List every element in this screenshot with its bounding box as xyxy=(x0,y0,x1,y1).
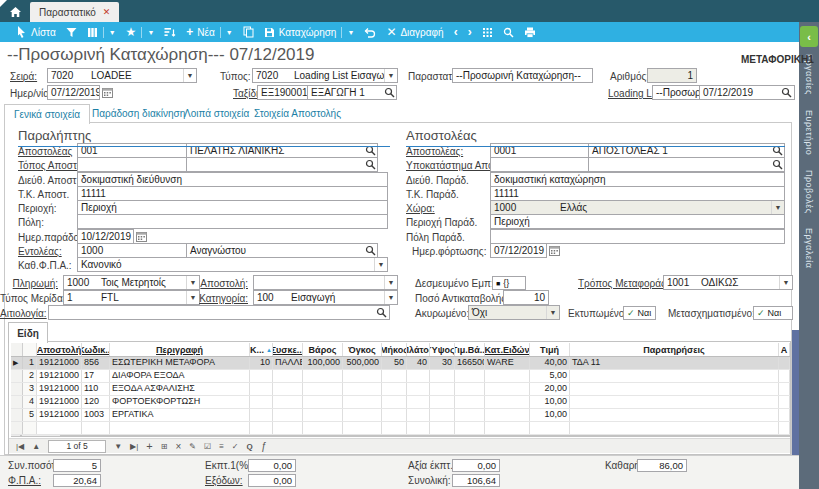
nav-edit-icon[interactable]: ✎ xyxy=(189,442,196,451)
grid-row[interactable]: 319121000110ΕΞΟΔΑ ΑΣΦΑΛΙΣΗΣ20,00 xyxy=(11,383,790,396)
grid-cell-k[interactable] xyxy=(250,409,273,421)
grid-cell-kateid[interactable] xyxy=(485,370,530,382)
col-header-timva[interactable]: Τιμ.Βά... xyxy=(455,343,485,356)
nav-search-icon[interactable]: Q xyxy=(247,442,253,451)
grid-cell-parat[interactable] xyxy=(570,409,779,421)
disc1-pct-input[interactable]: 0,00 xyxy=(248,459,296,472)
payment-combo[interactable]: 1000 Τοις Μετρητοίς ▼ xyxy=(63,275,200,290)
sender-country-label[interactable]: Χώρα: xyxy=(406,203,435,214)
grid-cell-apostoli[interactable] xyxy=(37,422,82,434)
grid-cell-varos[interactable] xyxy=(303,383,343,395)
col-header-perigrafi[interactable]: Περιγραφή xyxy=(110,343,250,356)
grid-cell-perigrafi[interactable]: ΕΡΓΑΤΙΚΑ xyxy=(110,409,250,421)
grid-cell-varos[interactable]: 100,000 xyxy=(303,357,343,369)
grid-cell-ogkos[interactable] xyxy=(343,409,382,421)
grid-cell-sysk[interactable]: ΠΑΛΛΕΤΑ- xyxy=(273,357,303,369)
col-header-varos[interactable]: Βάρος xyxy=(303,343,343,356)
grid-cell-ypsos[interactable] xyxy=(430,422,455,434)
new-button[interactable]: + Νέα ▼ xyxy=(186,26,232,38)
grid-cell-k[interactable] xyxy=(250,422,273,434)
grid-cell-kodikos[interactable] xyxy=(82,422,110,434)
grid-cell-k[interactable] xyxy=(250,383,273,395)
grid-cell-varos[interactable] xyxy=(303,370,343,382)
number-input[interactable]: 1 xyxy=(647,68,697,83)
category-label[interactable]: Κατηγορία: xyxy=(195,293,248,304)
grid-view-button[interactable] xyxy=(482,27,493,38)
sidebar-item-views[interactable]: Προβολές xyxy=(804,170,814,214)
col-header-mikos[interactable]: Μήκος xyxy=(382,343,407,356)
nav-delete-icon[interactable]: × xyxy=(175,441,181,452)
grid-cell-kodikos[interactable]: 856 xyxy=(82,357,110,369)
grid-cell-kodikos[interactable]: 120 xyxy=(82,396,110,408)
grid-cell-ypsos[interactable] xyxy=(430,409,455,421)
document-input[interactable]: --Προσωρινή Καταχώρηση-- xyxy=(452,68,593,83)
next-record-button[interactable]: › xyxy=(468,26,472,38)
grid-cell-platos[interactable] xyxy=(407,409,430,421)
grid-cell-mikos[interactable] xyxy=(382,409,407,421)
search-icon[interactable] xyxy=(384,87,395,98)
col-header-apostoli[interactable]: Αποστολή xyxy=(37,343,82,356)
reason-label[interactable]: Αιτιολογία: xyxy=(0,308,44,319)
grid-cell-perigrafi[interactable] xyxy=(110,422,250,434)
col-header-kodikos[interactable]: Κωδικ... xyxy=(82,343,110,356)
undo-button[interactable] xyxy=(364,27,376,38)
sender-country-combo[interactable]: 1000 Ελλάς ▼ xyxy=(490,200,785,215)
grid-cell-apostoli[interactable]: 19121000 xyxy=(37,370,82,382)
payment-label[interactable]: Πληρωμή: xyxy=(0,278,58,289)
grid-cell-ypsos[interactable] xyxy=(430,396,455,408)
grid-cell-mikos[interactable]: 50 xyxy=(382,357,407,369)
nav-last-icon[interactable]: ▶| xyxy=(130,442,138,451)
nav-up-icon[interactable]: ▲ xyxy=(32,442,40,451)
grid-cell-perigrafi[interactable]: ΕΞΟΔΑ ΑΣΦΑΛΙΣΗΣ xyxy=(110,383,250,395)
reason-input[interactable] xyxy=(48,305,390,320)
grid-cell-a[interactable] xyxy=(779,422,790,434)
sender-branch-name[interactable] xyxy=(588,157,785,172)
grid-row[interactable]: 21912100017ΔΙΑΦΟΡΑ ΕΞΟΔΑ5,00 xyxy=(11,370,790,383)
grid-cell-a[interactable] xyxy=(779,396,790,408)
grid-cell-kateid[interactable] xyxy=(485,383,530,395)
grid-cell-ypsos[interactable] xyxy=(430,383,455,395)
grid-cell-kateid[interactable] xyxy=(485,422,530,434)
transport-mode-label[interactable]: Τρόπος Μεταφοράς: xyxy=(578,278,669,289)
grid-cell-mikos[interactable] xyxy=(382,370,407,382)
grid-cell-a[interactable] xyxy=(779,370,790,382)
grid-cell-parat[interactable] xyxy=(570,370,779,382)
chevron-down-icon[interactable]: ▼ xyxy=(226,29,233,36)
grid-cell-timva[interactable] xyxy=(455,409,485,421)
calendar-icon[interactable] xyxy=(549,245,560,256)
grid-cell-k[interactable] xyxy=(250,396,273,408)
sender-area-input[interactable]: Περιοχή xyxy=(490,214,785,229)
grid-cell-platos[interactable] xyxy=(407,383,430,395)
sender-loading-date-input[interactable]: 07/12/2019 xyxy=(490,243,547,258)
grid-cell-perigrafi[interactable]: ΔΙΑΦΟΡΑ ΕΞΟΔΑ xyxy=(110,370,250,382)
grid-cell-timi[interactable]: 5,00 xyxy=(530,370,570,382)
nav-down-icon[interactable]: ▼ xyxy=(114,442,122,451)
grid-cell-ypsos[interactable] xyxy=(430,370,455,382)
col-header-platos[interactable]: Πλάτος xyxy=(407,343,430,356)
grid-cell-k[interactable]: 10 xyxy=(250,357,273,369)
grid-row[interactable]: 5191210001003ΕΡΓΑΤΙΚΑ10,00 xyxy=(11,409,790,422)
grid-cell-a[interactable] xyxy=(779,357,790,369)
grid-cell-platos[interactable] xyxy=(407,422,430,434)
reserved-checkbox[interactable]: ■ {} xyxy=(492,276,526,290)
search-icon[interactable] xyxy=(781,87,792,98)
nav-post-icon[interactable]: ☑ xyxy=(204,442,211,451)
grid-vscrollbar[interactable] xyxy=(792,330,799,455)
grid-row[interactable]: 419121000120ΦΟΡΤΟΕΚΦΟΡΤΩΣΗ10,00 xyxy=(11,396,790,409)
grid-cell-kateid[interactable] xyxy=(485,409,530,421)
copy-button[interactable] xyxy=(243,26,254,38)
cod-amount-input[interactable]: 10 xyxy=(503,290,549,305)
grid-cell-platos[interactable]: 40 xyxy=(407,357,430,369)
grid-cell-k[interactable] xyxy=(250,370,273,382)
sender-city-input[interactable] xyxy=(490,229,785,244)
grid-cell-timva[interactable]: 166500 xyxy=(455,357,485,369)
grid-cell-varos[interactable] xyxy=(303,396,343,408)
tab-parastatiko[interactable]: Παραστατικό ✕ xyxy=(30,2,119,22)
combo-arrow-icon[interactable]: ▼ xyxy=(546,306,559,319)
grid-cell-timi[interactable] xyxy=(530,422,570,434)
grid-cell-kodikos[interactable]: 1003 xyxy=(82,409,110,421)
grid-cell-parat[interactable]: ΤΔΑ 11 xyxy=(570,357,779,369)
grid-cell-sysk[interactable] xyxy=(273,370,303,382)
nav-function-icon[interactable]: ƒ xyxy=(261,441,267,452)
grid-cell-parat[interactable] xyxy=(570,396,779,408)
